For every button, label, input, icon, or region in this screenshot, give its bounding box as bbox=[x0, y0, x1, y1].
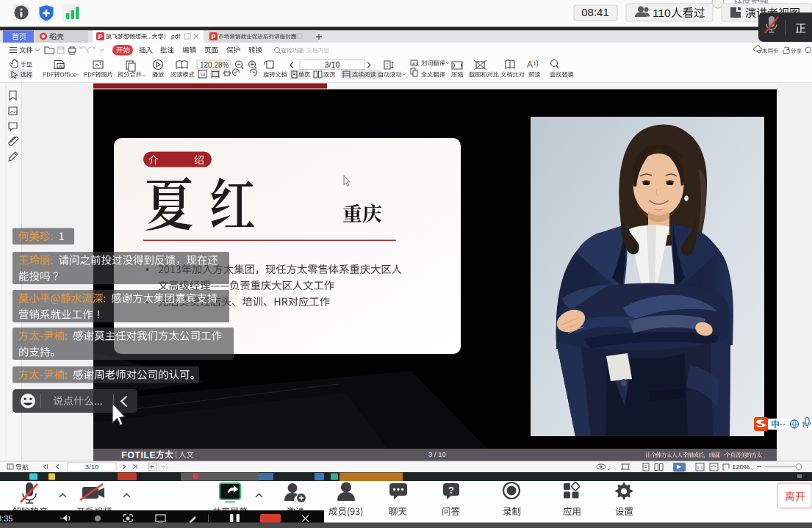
svg-text:3/10: 3/10 bbox=[325, 60, 340, 69]
svg-text:W: W bbox=[59, 64, 63, 68]
svg-text:3/10: 3/10 bbox=[85, 463, 99, 471]
svg-text:P: P bbox=[211, 33, 215, 40]
svg-text:FOTILE: FOTILE bbox=[121, 450, 156, 460]
svg-text:120.28%: 120.28% bbox=[200, 61, 229, 69]
svg-text:1:1: 1:1 bbox=[697, 466, 703, 470]
svg-text:110: 110 bbox=[653, 7, 671, 19]
svg-text:?: ? bbox=[448, 485, 454, 496]
svg-text:3 / 10: 3 / 10 bbox=[428, 450, 446, 458]
svg-text:A: A bbox=[527, 59, 533, 70]
svg-text:文: 文 bbox=[415, 62, 420, 66]
svg-text:08:41: 08:41 bbox=[581, 6, 609, 18]
svg-text:3:35: 3:35 bbox=[0, 514, 12, 523]
svg-text:120%: 120% bbox=[732, 463, 750, 471]
svg-text:14: 14 bbox=[200, 72, 206, 77]
svg-text:P: P bbox=[98, 33, 102, 40]
